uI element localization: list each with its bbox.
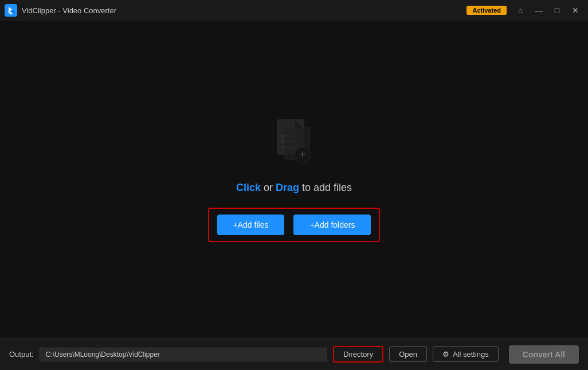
output-path: C:\Users\MLoong\Desktop\VidClipper	[40, 348, 328, 361]
bottom-bar: Output: C:\Users\MLoong\Desktop\VidClipp…	[0, 338, 588, 370]
close-button[interactable]: ✕	[567, 3, 583, 18]
or-text: or	[261, 182, 276, 193]
gear-icon: ⚙	[442, 350, 449, 359]
drop-icon: +	[268, 116, 320, 168]
home-button[interactable]: ⌂	[512, 3, 528, 18]
click-text: Click	[236, 182, 261, 193]
minimize-button[interactable]: —	[531, 3, 547, 18]
to-add-text: to add files	[299, 182, 352, 193]
title-bar: ▶ VidClipper - Video Converter Activated…	[0, 0, 588, 21]
activated-badge: Activated	[467, 6, 507, 15]
app-logo: ▶	[5, 4, 17, 17]
open-button[interactable]: Open	[389, 346, 427, 362]
title-right: Activated ⌂ — □ ✕	[467, 3, 583, 18]
directory-button[interactable]: Directory	[333, 346, 383, 363]
all-settings-button[interactable]: ⚙ All settings	[433, 346, 499, 362]
add-files-hint: Click or Drag to add files	[236, 182, 352, 194]
maximize-button[interactable]: □	[549, 3, 565, 18]
settings-label: All settings	[453, 350, 489, 359]
svg-text:+: +	[299, 148, 306, 161]
add-folders-button[interactable]: +Add folders	[293, 215, 371, 235]
main-content: + Click or Drag to add files +Add files …	[0, 21, 588, 338]
output-label: Output:	[9, 350, 34, 359]
drag-text: Drag	[276, 182, 299, 193]
title-text: VidClipper - Video Converter	[22, 6, 116, 15]
add-buttons-container: +Add files +Add folders	[208, 208, 381, 242]
title-left: ▶ VidClipper - Video Converter	[5, 4, 116, 17]
convert-all-button[interactable]: Convert All	[509, 345, 579, 364]
add-files-button[interactable]: +Add files	[217, 215, 285, 235]
